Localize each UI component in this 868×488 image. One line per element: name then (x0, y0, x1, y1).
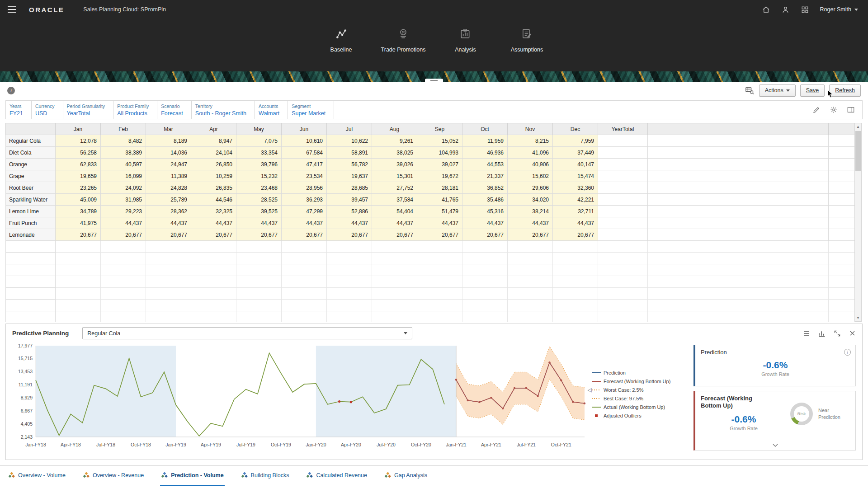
grid-cell[interactable] (282, 300, 327, 311)
scrollbar-thumb[interactable] (855, 131, 861, 171)
column-header[interactable]: Sep (417, 123, 462, 135)
grid-cell[interactable] (101, 241, 146, 253)
row-header[interactable] (6, 300, 56, 311)
user-menu[interactable]: Roger Smith (820, 6, 858, 13)
tab-building-blocks[interactable]: Building Blocks (240, 466, 290, 486)
grid-cell[interactable]: 24,828 (146, 182, 191, 194)
grid-cell[interactable] (417, 253, 462, 264)
panel-menu-icon[interactable] (803, 330, 810, 337)
grid-cell[interactable] (236, 264, 282, 276)
grid-cell[interactable]: 46,936 (462, 147, 508, 159)
maximize-icon[interactable] (834, 330, 841, 337)
grid-cell[interactable] (56, 253, 101, 264)
grid-cell[interactable]: 11,959 (462, 135, 508, 147)
grid-cell[interactable]: 15,602 (508, 170, 553, 182)
grid-cell[interactable]: 7,959 (553, 135, 598, 147)
grid-cell[interactable]: 28,362 (146, 206, 191, 217)
grid-cell[interactable] (508, 311, 553, 322)
row-header[interactable]: Fruit Punch (6, 217, 56, 229)
apps-grid-icon[interactable] (801, 5, 809, 14)
grid-cell[interactable]: 38,025 (372, 147, 417, 159)
grid-cell[interactable] (191, 288, 236, 300)
grid-cell[interactable]: 39,027 (417, 159, 462, 170)
grid-cell[interactable] (598, 311, 648, 322)
grid-cell[interactable] (598, 206, 648, 217)
grid-cell[interactable]: 47,417 (282, 159, 327, 170)
grid-cell[interactable] (236, 311, 282, 322)
grid-cell[interactable] (553, 264, 598, 276)
grid-cell[interactable]: 36,852 (462, 182, 508, 194)
grid-cell[interactable]: 16,099 (101, 170, 146, 182)
grid-cell[interactable]: 38,214 (508, 206, 553, 217)
grid-cell[interactable] (598, 253, 648, 264)
grid-cell[interactable] (598, 229, 648, 241)
grid-cell[interactable] (146, 276, 191, 288)
grid-cell[interactable]: 56,258 (56, 147, 101, 159)
tab-overview-volume[interactable]: Overview - Volume (7, 466, 66, 486)
grid-cell[interactable] (462, 300, 508, 311)
grid-cell[interactable]: 51,479 (417, 206, 462, 217)
grid-cell[interactable]: 52,886 (327, 206, 372, 217)
grid-cell[interactable]: 11,389 (146, 170, 191, 182)
info-icon[interactable] (7, 87, 15, 94)
grid-cell[interactable] (327, 241, 372, 253)
grid-cell[interactable] (146, 311, 191, 322)
grid-cell[interactable]: 19,659 (56, 170, 101, 182)
grid-cell[interactable] (462, 311, 508, 322)
grid-cell[interactable] (191, 253, 236, 264)
grid-cell[interactable] (598, 147, 648, 159)
column-header[interactable]: Aug (372, 123, 417, 135)
grid-cell[interactable] (598, 241, 648, 253)
grid-cell[interactable]: 20,677 (101, 229, 146, 241)
grid-cell[interactable]: 54,404 (372, 206, 417, 217)
grid-cell[interactable] (372, 311, 417, 322)
grid-cell[interactable] (372, 241, 417, 253)
grid-cell[interactable]: 39,457 (327, 194, 372, 206)
grid-cell[interactable] (553, 300, 598, 311)
grid-cell[interactable] (56, 276, 101, 288)
tab-prediction-volume[interactable]: Prediction - Volume (160, 466, 224, 486)
row-header[interactable]: Grape (6, 170, 56, 182)
grid-cell[interactable]: 20,677 (146, 229, 191, 241)
grid-cell[interactable]: 44,437 (508, 217, 553, 229)
grid-cell[interactable]: 29,606 (508, 182, 553, 194)
grid-cell[interactable] (417, 241, 462, 253)
scroll-down-icon[interactable]: ▼ (855, 314, 861, 321)
column-header[interactable]: Jan (56, 123, 101, 135)
grid-cell[interactable] (598, 135, 648, 147)
grid-cell[interactable]: 20,677 (553, 229, 598, 241)
chevron-down-icon[interactable] (772, 441, 778, 449)
grid-cell[interactable] (553, 241, 598, 253)
grid-cell[interactable] (282, 241, 327, 253)
grid-cell[interactable] (553, 276, 598, 288)
grid-cell[interactable]: 25,789 (146, 194, 191, 206)
nav-item-baseline[interactable]: Baseline (320, 28, 363, 71)
grid-cell[interactable]: 40,906 (508, 159, 553, 170)
grid-cell[interactable]: 44,437 (191, 217, 236, 229)
grid-cell[interactable] (282, 276, 327, 288)
grid-cell[interactable]: 27,752 (372, 182, 417, 194)
actions-button[interactable]: Actions (759, 84, 796, 97)
row-header[interactable] (6, 253, 56, 264)
grid-cell[interactable]: 23,468 (236, 182, 282, 194)
edit-icon[interactable] (812, 106, 821, 114)
grid-cell[interactable] (417, 276, 462, 288)
tab-gap-analysis[interactable]: Gap Analysis (383, 466, 428, 486)
grid-cell[interactable]: 62,833 (56, 159, 101, 170)
scroll-up-icon[interactable]: ▲ (855, 123, 861, 130)
grid-cell[interactable]: 44,437 (462, 217, 508, 229)
column-header[interactable]: Apr (191, 123, 236, 135)
grid-cell[interactable]: 33,354 (236, 147, 282, 159)
save-button[interactable]: Save (800, 84, 825, 97)
grid-cell[interactable]: 20,677 (462, 229, 508, 241)
grid-cell[interactable]: 67,584 (282, 147, 327, 159)
grid-cell[interactable]: 15,232 (236, 170, 282, 182)
grid-cell[interactable]: 104,993 (417, 147, 462, 159)
grid-cell[interactable] (327, 288, 372, 300)
chart-options-icon[interactable] (818, 330, 826, 337)
pov-dimension-scenario[interactable]: ScenarioForecast (157, 101, 192, 119)
grid-cell[interactable]: 40,147 (553, 159, 598, 170)
grid-cell[interactable]: 8,189 (146, 135, 191, 147)
grid-cell[interactable]: 36,293 (282, 194, 327, 206)
grid-cell[interactable] (417, 311, 462, 322)
